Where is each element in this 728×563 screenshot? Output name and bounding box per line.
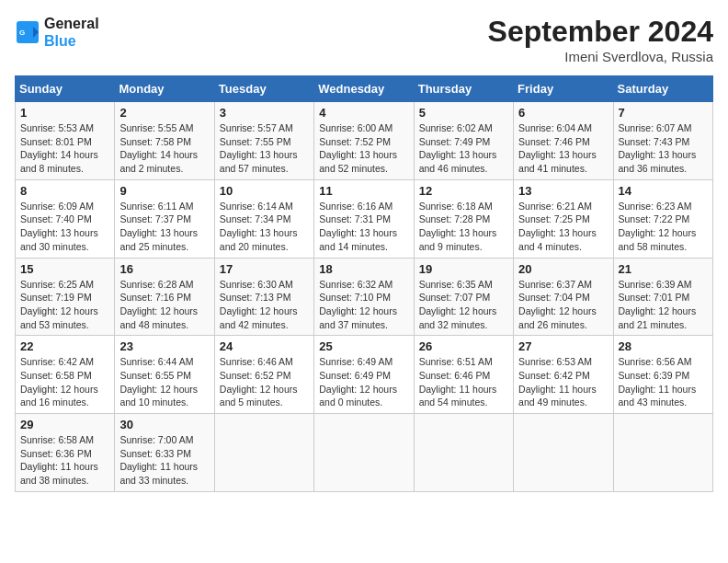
day-number: 26 [419,339,508,353]
day-number: 14 [619,184,708,198]
calendar-cell: 7Sunrise: 6:07 AMSunset: 7:43 PMDaylight… [613,102,712,180]
cell-details: Sunrise: 5:55 AMSunset: 7:58 PMDaylight:… [119,121,209,176]
cell-details: Sunrise: 6:23 AMSunset: 7:22 PMDaylight:… [619,200,708,254]
calendar-cell: 23Sunrise: 6:44 AMSunset: 6:55 PMDayligh… [115,336,214,414]
day-header-saturday: Saturday [613,76,712,102]
cell-details: Sunrise: 6:11 AMSunset: 7:37 PMDaylight:… [119,200,209,254]
day-number: 23 [119,339,209,353]
day-number: 18 [319,262,408,276]
day-number: 27 [518,339,608,353]
calendar-cell: 13Sunrise: 6:21 AMSunset: 7:25 PMDayligh… [514,179,613,258]
cell-details: Sunrise: 6:37 AMSunset: 7:04 PMDaylight:… [518,278,608,332]
cell-details: Sunrise: 6:25 AMSunset: 7:19 PMDaylight:… [20,278,109,332]
cell-details: Sunrise: 6:32 AMSunset: 7:10 PMDaylight:… [319,278,408,332]
day-number: 28 [619,339,708,353]
cell-details: Sunrise: 6:21 AMSunset: 7:25 PMDaylight:… [518,200,608,254]
calendar-week-2: 8Sunrise: 6:09 AMSunset: 7:40 PMDaylight… [16,179,713,258]
day-number: 4 [319,106,408,120]
calendar-cell: 8Sunrise: 6:09 AMSunset: 7:40 PMDaylight… [16,179,115,258]
calendar-cell: 26Sunrise: 6:51 AMSunset: 6:46 PMDayligh… [414,336,513,414]
calendar-cell: 9Sunrise: 6:11 AMSunset: 7:37 PMDaylight… [115,179,214,258]
day-number: 20 [518,262,608,276]
calendar-cell: 28Sunrise: 6:56 AMSunset: 6:39 PMDayligh… [613,336,712,414]
calendar-week-1: 1Sunrise: 5:53 AMSunset: 8:01 PMDaylight… [16,102,713,180]
calendar-cell [514,414,613,492]
cell-details: Sunrise: 6:49 AMSunset: 6:49 PMDaylight:… [319,355,408,409]
logo: G General Blue [15,15,99,50]
calendar-table: SundayMondayTuesdayWednesdayThursdayFrid… [15,75,713,492]
cell-details: Sunrise: 6:14 AMSunset: 7:34 PMDaylight:… [220,200,309,254]
calendar-cell [214,414,313,492]
cell-details: Sunrise: 6:39 AMSunset: 7:01 PMDaylight:… [619,278,708,332]
cell-details: Sunrise: 6:30 AMSunset: 7:13 PMDaylight:… [220,278,309,332]
title-block: September 2024 Imeni Sverdlova, Russia [488,15,713,64]
calendar-cell: 15Sunrise: 6:25 AMSunset: 7:19 PMDayligh… [16,258,115,336]
calendar-cell: 1Sunrise: 5:53 AMSunset: 8:01 PMDaylight… [16,102,115,180]
day-number: 12 [419,184,508,198]
cell-details: Sunrise: 6:04 AMSunset: 7:46 PMDaylight:… [518,121,608,176]
day-number: 19 [419,262,508,276]
calendar-week-3: 15Sunrise: 6:25 AMSunset: 7:19 PMDayligh… [16,258,713,336]
calendar-cell: 20Sunrise: 6:37 AMSunset: 7:04 PMDayligh… [514,258,613,336]
logo-icon: G [15,19,40,45]
day-header-tuesday: Tuesday [214,76,313,102]
day-header-monday: Monday [115,76,214,102]
calendar-week-5: 29Sunrise: 6:58 AMSunset: 6:36 PMDayligh… [16,414,713,492]
day-number: 3 [220,106,309,120]
calendar-cell: 21Sunrise: 6:39 AMSunset: 7:01 PMDayligh… [613,258,712,336]
cell-details: Sunrise: 6:00 AMSunset: 7:52 PMDaylight:… [319,121,408,176]
day-number: 5 [419,106,508,120]
cell-details: Sunrise: 6:42 AMSunset: 6:58 PMDaylight:… [20,355,109,409]
day-number: 9 [119,184,209,198]
calendar-cell: 16Sunrise: 6:28 AMSunset: 7:16 PMDayligh… [115,258,214,336]
day-number: 16 [119,262,209,276]
calendar-cell: 25Sunrise: 6:49 AMSunset: 6:49 PMDayligh… [314,336,414,414]
calendar-cell: 24Sunrise: 6:46 AMSunset: 6:52 PMDayligh… [214,336,313,414]
calendar-cell [414,414,513,492]
cell-details: Sunrise: 6:28 AMSunset: 7:16 PMDaylight:… [119,278,209,332]
day-header-sunday: Sunday [16,76,115,102]
calendar-cell [613,414,712,492]
day-header-thursday: Thursday [414,76,513,102]
day-number: 1 [20,106,109,120]
day-number: 21 [619,262,708,276]
calendar-cell: 30Sunrise: 7:00 AMSunset: 6:33 PMDayligh… [115,414,214,492]
calendar-cell: 18Sunrise: 6:32 AMSunset: 7:10 PMDayligh… [314,258,414,336]
day-number: 6 [518,106,608,120]
calendar-cell: 5Sunrise: 6:02 AMSunset: 7:49 PMDaylight… [414,102,513,180]
day-number: 25 [319,339,408,353]
calendar-body: 1Sunrise: 5:53 AMSunset: 8:01 PMDaylight… [16,102,713,492]
cell-details: Sunrise: 6:58 AMSunset: 6:36 PMDaylight:… [20,433,109,488]
calendar-cell: 27Sunrise: 6:53 AMSunset: 6:42 PMDayligh… [514,336,613,414]
calendar-cell: 10Sunrise: 6:14 AMSunset: 7:34 PMDayligh… [214,179,313,258]
calendar-cell: 14Sunrise: 6:23 AMSunset: 7:22 PMDayligh… [613,179,712,258]
location: Imeni Sverdlova, Russia [488,49,713,64]
day-header-friday: Friday [514,76,613,102]
calendar-week-4: 22Sunrise: 6:42 AMSunset: 6:58 PMDayligh… [16,336,713,414]
svg-text:G: G [19,29,25,37]
logo-text: General Blue [44,15,99,50]
calendar-cell: 2Sunrise: 5:55 AMSunset: 7:58 PMDaylight… [115,102,214,180]
calendar-cell: 12Sunrise: 6:18 AMSunset: 7:28 PMDayligh… [414,179,513,258]
cell-details: Sunrise: 6:53 AMSunset: 6:42 PMDaylight:… [518,355,608,409]
day-number: 22 [20,339,109,353]
day-number: 17 [220,262,309,276]
cell-details: Sunrise: 6:56 AMSunset: 6:39 PMDaylight:… [619,355,708,409]
cell-details: Sunrise: 6:46 AMSunset: 6:52 PMDaylight:… [220,355,309,409]
calendar-cell: 3Sunrise: 5:57 AMSunset: 7:55 PMDaylight… [214,102,313,180]
day-number: 13 [518,184,608,198]
calendar-header-row: SundayMondayTuesdayWednesdayThursdayFrid… [16,76,713,102]
day-number: 11 [319,184,408,198]
cell-details: Sunrise: 6:18 AMSunset: 7:28 PMDaylight:… [419,200,508,254]
cell-details: Sunrise: 6:09 AMSunset: 7:40 PMDaylight:… [20,200,109,254]
calendar-cell: 11Sunrise: 6:16 AMSunset: 7:31 PMDayligh… [314,179,414,258]
cell-details: Sunrise: 6:51 AMSunset: 6:46 PMDaylight:… [419,355,508,409]
cell-details: Sunrise: 6:16 AMSunset: 7:31 PMDaylight:… [319,200,408,254]
calendar-cell: 29Sunrise: 6:58 AMSunset: 6:36 PMDayligh… [16,414,115,492]
day-number: 30 [119,418,209,431]
cell-details: Sunrise: 6:35 AMSunset: 7:07 PMDaylight:… [419,278,508,332]
cell-details: Sunrise: 7:00 AMSunset: 6:33 PMDaylight:… [119,433,209,488]
cell-details: Sunrise: 6:44 AMSunset: 6:55 PMDaylight:… [119,355,209,409]
cell-details: Sunrise: 5:53 AMSunset: 8:01 PMDaylight:… [20,121,109,176]
calendar-cell: 6Sunrise: 6:04 AMSunset: 7:46 PMDaylight… [514,102,613,180]
